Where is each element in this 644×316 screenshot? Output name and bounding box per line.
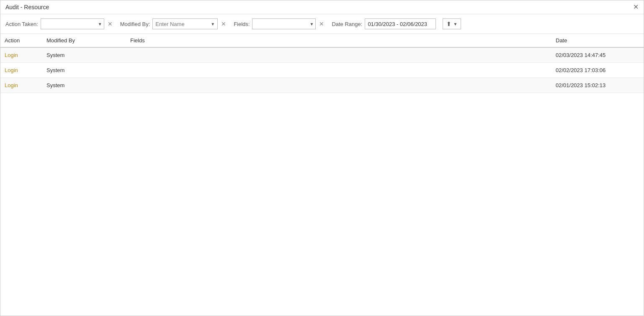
title-bar: Audit - Resource ✕ bbox=[0, 0, 644, 14]
export-icon: ⬆ bbox=[446, 21, 451, 27]
column-header-date: Date bbox=[551, 34, 644, 47]
table-row: Login System 02/01/2023 15:02:13 bbox=[0, 78, 644, 93]
date-range-filter-group: Date Range: bbox=[332, 18, 436, 29]
modified-by-clear-button[interactable]: ✕ bbox=[220, 21, 227, 27]
window-title: Audit - Resource bbox=[5, 4, 49, 10]
audit-table: Action Modified By Fields Date Login Sys… bbox=[0, 34, 644, 93]
modified-by-dropdown-arrow: ▼ bbox=[211, 22, 215, 26]
cell-modified-by-3: System bbox=[42, 78, 126, 93]
fields-select-wrap[interactable]: ▼ bbox=[252, 18, 316, 29]
table-header: Action Modified By Fields Date bbox=[0, 34, 644, 48]
fields-clear-button[interactable]: ✕ bbox=[318, 21, 325, 27]
action-taken-dropdown-arrow: ▼ bbox=[98, 22, 102, 26]
audit-window: Audit - Resource ✕ Action Taken: Login L… bbox=[0, 0, 644, 316]
action-taken-select-wrap[interactable]: Login Logout Create Update Delete ▼ bbox=[41, 18, 104, 29]
modified-by-input-wrap[interactable]: ▼ bbox=[152, 18, 218, 29]
export-button[interactable]: ⬆ ▼ bbox=[443, 18, 461, 29]
action-taken-label: Action Taken: bbox=[5, 21, 38, 27]
filter-bar: Action Taken: Login Logout Create Update… bbox=[0, 14, 644, 34]
action-taken-clear-button[interactable]: ✕ bbox=[107, 21, 113, 27]
cell-fields-1 bbox=[126, 48, 551, 62]
cell-fields-3 bbox=[126, 78, 551, 93]
cell-modified-by-1: System bbox=[42, 48, 126, 62]
modified-by-label: Modified By: bbox=[120, 21, 150, 27]
table-row: Login System 02/02/2023 17:03:06 bbox=[0, 63, 644, 78]
action-taken-filter-group: Action Taken: Login Logout Create Update… bbox=[5, 18, 113, 29]
column-header-modified-by: Modified By bbox=[42, 34, 126, 47]
fields-dropdown-arrow: ▼ bbox=[309, 22, 314, 26]
cell-action-3: Login bbox=[0, 78, 42, 93]
close-button[interactable]: ✕ bbox=[633, 4, 639, 10]
fields-label: Fields: bbox=[234, 21, 250, 27]
modified-by-filter-group: Modified By: ▼ ✕ bbox=[120, 18, 227, 29]
fields-filter-group: Fields: ▼ ✕ bbox=[234, 18, 325, 29]
date-range-label: Date Range: bbox=[332, 21, 362, 27]
cell-action-1: Login bbox=[0, 48, 42, 62]
cell-date-2: 02/02/2023 17:03:06 bbox=[551, 63, 644, 78]
cell-date-1: 02/03/2023 14:47:45 bbox=[551, 48, 644, 62]
action-taken-select[interactable]: Login Logout Create Update Delete bbox=[43, 21, 97, 27]
export-dropdown-arrow: ▼ bbox=[453, 22, 457, 26]
cell-fields-2 bbox=[126, 63, 551, 78]
column-header-action: Action bbox=[0, 34, 42, 47]
fields-select[interactable] bbox=[254, 21, 309, 27]
table-row: Login System 02/03/2023 14:47:45 bbox=[0, 48, 644, 63]
cell-date-3: 02/01/2023 15:02:13 bbox=[551, 78, 644, 93]
column-header-fields: Fields bbox=[126, 34, 551, 47]
modified-by-input[interactable] bbox=[155, 21, 210, 27]
cell-modified-by-2: System bbox=[42, 63, 126, 78]
date-range-input[interactable] bbox=[365, 18, 436, 29]
cell-action-2: Login bbox=[0, 63, 42, 78]
table-body: Login System 02/03/2023 14:47:45 Login S… bbox=[0, 48, 644, 93]
